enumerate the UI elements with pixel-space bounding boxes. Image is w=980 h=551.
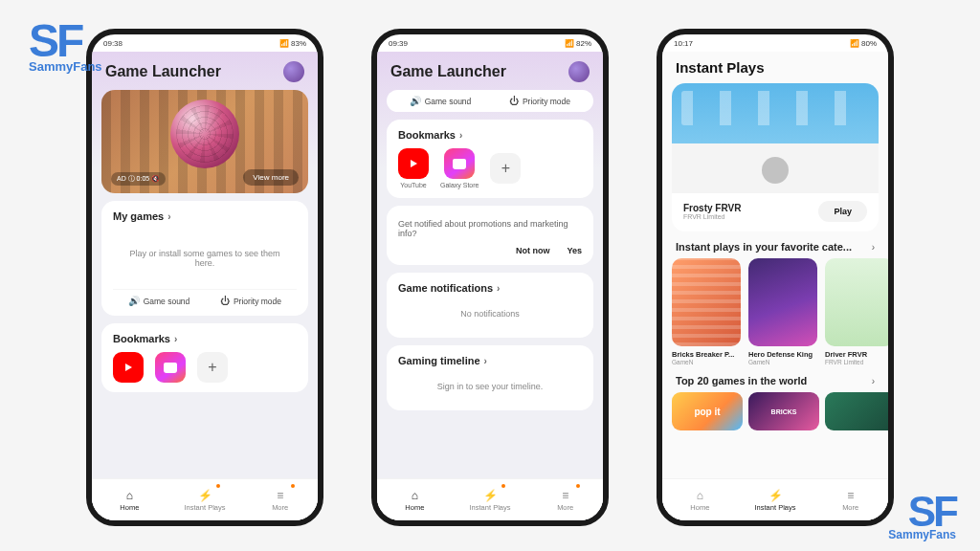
status-bar: 09:39 📶82% <box>377 34 603 52</box>
timeline-header[interactable]: Gaming timeline › <box>398 355 582 366</box>
top20-header[interactable]: Top 20 games in the world › <box>662 365 888 392</box>
top20-tile[interactable] <box>825 392 888 430</box>
game-tile[interactable]: Driver FRVR FRVR Limited <box>825 258 888 365</box>
bottom-nav: ⌂Home ⚡Instant Plays ≡More <box>662 478 888 520</box>
featured-game-card[interactable]: Frosty FRVR FRVR Limited Play <box>672 83 879 231</box>
bolt-icon: ⚡ <box>483 489 498 502</box>
my-games-header[interactable]: My games › <box>113 210 297 222</box>
top20-scroll[interactable]: pop it BRICKS <box>662 392 888 430</box>
chevron-right-icon: › <box>484 356 487 366</box>
bookmark-label: YouTube <box>400 182 427 188</box>
chevron-right-icon: › <box>167 211 170 222</box>
nav-more[interactable]: ≡More <box>527 479 603 520</box>
game-sound-button[interactable]: 🔊Game sound <box>113 296 205 306</box>
featured-title: Frosty FRVR <box>683 203 741 213</box>
nav-home[interactable]: ⌂Home <box>92 479 167 520</box>
home-icon: ⌂ <box>412 489 418 502</box>
promo-text: Get notified about promotions and market… <box>398 215 582 246</box>
gaming-timeline-card: Gaming timeline › Sign in to see your ti… <box>387 345 593 410</box>
game-sound-button[interactable]: 🔊Game sound <box>390 96 490 106</box>
wifi-icon: 📶 <box>850 39 859 48</box>
bookmarks-header[interactable]: Bookmarks › <box>113 333 297 344</box>
chevron-right-icon: › <box>872 376 875 386</box>
profile-avatar[interactable] <box>283 61 304 82</box>
view-more-button[interactable]: View more <box>243 169 299 186</box>
bookmarks-card: Bookmarks › + <box>101 323 308 392</box>
add-bookmark-button[interactable]: + <box>490 153 521 184</box>
wifi-icon: 📶 <box>565 39 574 48</box>
phone-3: 10:17 📶80% Instant Plays Frosty FRVR FRV… <box>657 29 894 526</box>
game-thumbnail <box>672 258 741 346</box>
watermark-bottom-right: SF SammyFans <box>888 488 956 541</box>
nav-more[interactable]: ≡More <box>813 479 888 520</box>
youtube-bookmark[interactable] <box>398 148 429 179</box>
play-button[interactable]: Play <box>818 201 867 222</box>
top20-tile[interactable]: BRICKS <box>748 392 819 430</box>
add-bookmark-button[interactable]: + <box>197 352 228 383</box>
priority-mode-button[interactable]: ⏻Priority mode <box>490 96 590 106</box>
categories-header[interactable]: Instant plays in your favorite cate... › <box>662 231 888 258</box>
menu-icon: ≡ <box>847 489 854 502</box>
power-icon: ⏻ <box>509 96 519 106</box>
bolt-icon: ⚡ <box>768 489 783 502</box>
menu-icon: ≡ <box>277 489 283 502</box>
game-tile[interactable]: Hero Defense King GameN <box>748 258 817 365</box>
my-games-empty: Play or install some games to see them h… <box>113 228 297 289</box>
chevron-right-icon: › <box>872 242 875 253</box>
ad-chip: AD ⓘ 0:05 🔇 <box>111 172 166 186</box>
app-header: Game Launcher <box>92 52 318 90</box>
featured-game-image <box>672 83 879 193</box>
status-time: 10:17 <box>674 39 693 48</box>
nav-instant-plays[interactable]: ⚡Instant Plays <box>738 479 813 520</box>
chevron-right-icon: › <box>497 283 500 294</box>
status-time: 09:39 <box>389 39 408 48</box>
nav-home[interactable]: ⌂Home <box>662 479 738 520</box>
page-title: Game Launcher <box>390 63 506 80</box>
menu-icon: ≡ <box>562 489 568 502</box>
game-thumbnail <box>748 258 817 346</box>
status-time: 09:38 <box>103 39 122 48</box>
ad-banner[interactable]: AD ⓘ 0:05 🔇 View more <box>101 90 308 193</box>
home-icon: ⌂ <box>697 489 703 502</box>
not-now-button[interactable]: Not now <box>516 246 550 255</box>
nav-home[interactable]: ⌂Home <box>377 479 453 520</box>
notification-dot <box>216 484 220 488</box>
notification-dot <box>291 484 295 488</box>
nav-instant-plays[interactable]: ⚡Instant Plays <box>453 479 528 520</box>
promo-prompt-card: Get notified about promotions and market… <box>387 206 593 265</box>
bolt-icon: ⚡ <box>198 489 212 502</box>
phone-2: 09:39 📶82% Game Launcher 🔊Game sound ⏻Pr… <box>371 29 609 526</box>
game-notifications-card: Game notifications › No notifications <box>387 273 593 338</box>
bookmarks-card: Bookmarks › YouTube Galaxy Store + <box>387 120 593 198</box>
yes-button[interactable]: Yes <box>567 246 582 255</box>
game-tile[interactable]: Bricks Breaker P... GameN <box>672 258 741 365</box>
phone-1: 09:38 📶83% Game Launcher AD ⓘ 0:05 🔇 Vie… <box>86 29 323 526</box>
battery-level: 83% <box>291 39 306 48</box>
galaxy-store-bookmark[interactable] <box>444 148 475 179</box>
page-title: Game Launcher <box>105 63 221 80</box>
galaxy-store-bookmark[interactable] <box>155 352 186 383</box>
youtube-bookmark[interactable] <box>113 352 144 383</box>
notifications-header[interactable]: Game notifications › <box>398 282 582 294</box>
notifications-empty: No notifications <box>398 299 582 328</box>
nav-more[interactable]: ≡More <box>242 479 318 520</box>
bookmark-label: Galaxy Store <box>440 182 479 188</box>
battery-level: 82% <box>576 39 591 48</box>
sound-icon: 🔊 <box>128 296 140 306</box>
bookmarks-header[interactable]: Bookmarks › <box>398 129 582 141</box>
notification-dot <box>576 484 580 488</box>
nav-instant-plays[interactable]: ⚡Instant Plays <box>167 479 243 520</box>
bottom-nav: ⌂Home ⚡Instant Plays ≡More <box>92 478 318 520</box>
timeline-empty: Sign in to see your timeline. <box>398 372 582 401</box>
chevron-right-icon: › <box>174 334 177 344</box>
sound-icon: 🔊 <box>410 96 421 106</box>
profile-avatar[interactable] <box>568 61 590 82</box>
power-icon: ⏻ <box>220 296 230 306</box>
top20-tile[interactable]: pop it <box>672 392 743 430</box>
categories-scroll[interactable]: Bricks Breaker P... GameN Hero Defense K… <box>662 258 888 365</box>
status-bar: 09:38 📶83% <box>92 34 318 52</box>
wifi-icon: 📶 <box>279 39 289 48</box>
app-header: Game Launcher <box>377 52 603 90</box>
priority-mode-button[interactable]: ⏻Priority mode <box>205 296 297 306</box>
page-title: Instant Plays <box>662 52 888 83</box>
